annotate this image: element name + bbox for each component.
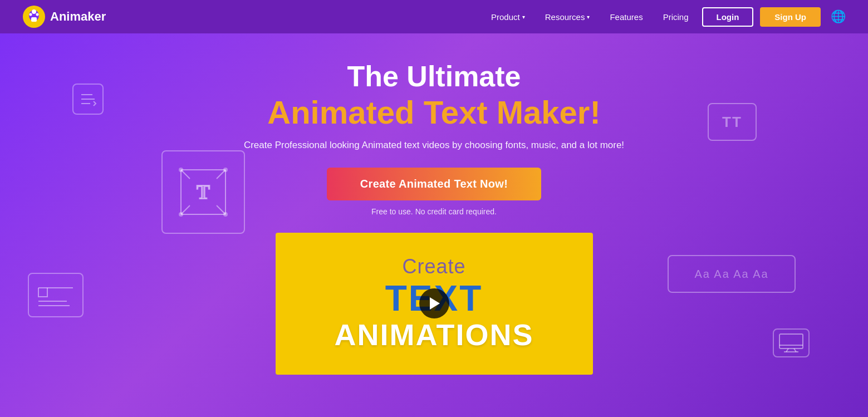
svg-text:T: T	[197, 181, 210, 203]
screen-svg	[778, 333, 804, 353]
logo-text: Animaker	[50, 9, 106, 24]
nav-pricing[interactable]: Pricing	[663, 12, 689, 22]
svg-point-15	[223, 168, 228, 172]
list-sort-svg	[79, 90, 97, 108]
logo[interactable]: Animaker	[22, 5, 106, 28]
svg-point-17	[223, 212, 228, 217]
nav-product[interactable]: Product ▾	[491, 12, 525, 22]
chevron-down-icon: ▾	[587, 14, 590, 20]
svg-point-14	[179, 168, 183, 172]
deco-fonts-icon: Aa Aa Aa Aa	[668, 255, 796, 293]
free-note: Free to use. No credit card required.	[371, 207, 497, 216]
globe-icon[interactable]: 🌐	[831, 9, 846, 24]
deco-list-sort-icon	[72, 84, 104, 115]
hero-title-line2: Animated Text Maker!	[267, 94, 600, 131]
play-button[interactable]	[419, 288, 449, 318]
login-button[interactable]: Login	[702, 7, 754, 27]
svg-point-5	[36, 13, 39, 16]
video-preview: Create TEXT ANIMATIONS	[276, 233, 593, 375]
play-icon	[430, 297, 440, 310]
text-box-svg: T	[175, 164, 231, 220]
nav-links: Product ▾ Resources ▾ Features Pricing	[491, 12, 688, 22]
hero-title-line1: The Ultimate	[347, 60, 521, 94]
signup-button[interactable]: Sign Up	[760, 7, 821, 27]
deco-text-box-icon: T	[161, 150, 245, 234]
svg-point-4	[30, 13, 32, 16]
nav-features[interactable]: Features	[610, 12, 643, 22]
hero-section: The Ultimate Animated Text Maker! Create…	[0, 0, 868, 417]
chevron-down-icon: ▾	[522, 14, 525, 20]
navbar: Animaker Product ▾ Resources ▾ Features …	[0, 0, 868, 33]
svg-rect-22	[779, 334, 803, 349]
nav-actions: Login Sign Up 🌐	[702, 7, 846, 27]
tt-label: TT	[722, 114, 742, 131]
logo-icon	[22, 5, 46, 28]
video-create-label: Create	[402, 255, 465, 278]
text-align-svg	[36, 280, 75, 310]
deco-screen-icon	[773, 328, 810, 357]
svg-point-16	[179, 212, 183, 217]
svg-point-2	[32, 9, 36, 14]
nav-resources[interactable]: Resources ▾	[545, 12, 590, 22]
cta-button[interactable]: Create Animated Text Now!	[327, 168, 541, 200]
svg-rect-3	[31, 17, 37, 22]
deco-tt-icon: TT	[708, 103, 757, 141]
fonts-label: Aa Aa Aa Aa	[694, 268, 768, 281]
video-animations-label: ANIMATIONS	[335, 317, 534, 352]
deco-text-align-icon	[28, 273, 84, 317]
hero-subtitle: Create Professional looking Animated tex…	[244, 140, 624, 151]
